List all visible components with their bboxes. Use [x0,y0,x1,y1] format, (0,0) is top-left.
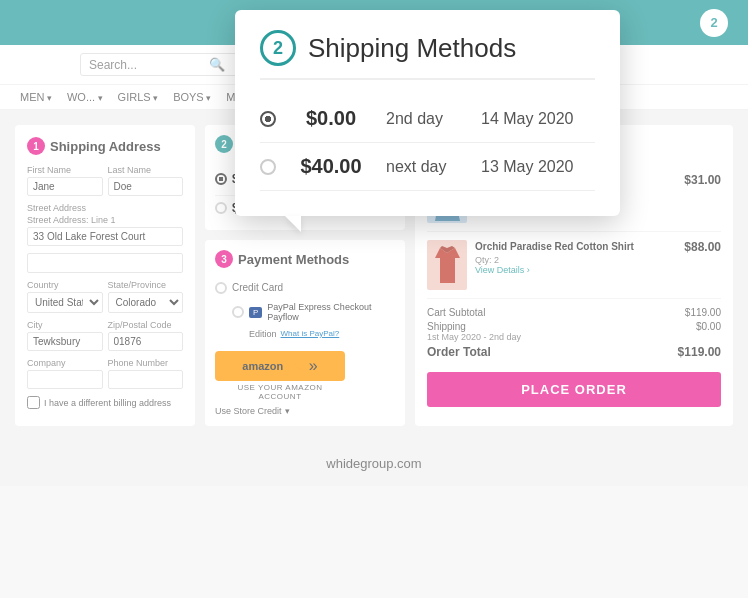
popup-price-1: $0.00 [291,107,371,130]
popup-date-1: 14 May 2020 [481,110,574,128]
popup-pointer [285,216,301,232]
popup-method-row-2[interactable]: $40.00 next day 13 May 2020 [260,143,595,191]
popup-radio-1[interactable] [260,111,276,127]
shipping-methods-popup: 2 Shipping Methods $0.00 2nd day 14 May … [235,10,620,216]
popup-speed-1: 2nd day [386,110,466,128]
popup-title-row: 2 Shipping Methods [260,30,595,80]
popup-method-row-1[interactable]: $0.00 2nd day 14 May 2020 [260,95,595,143]
popup-radio-2[interactable] [260,159,276,175]
popup-speed-2: next day [386,158,466,176]
popup-title: Shipping Methods [308,33,516,64]
popup-price-2: $40.00 [291,155,371,178]
popup-date-2: 13 May 2020 [481,158,574,176]
popup-step-circle: 2 [260,30,296,66]
